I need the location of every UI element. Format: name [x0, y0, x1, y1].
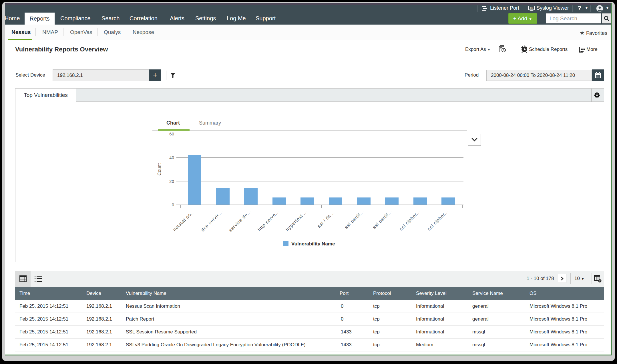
svg-text:dce servic...: dce servic...	[200, 209, 224, 232]
svg-text:40: 40	[169, 155, 174, 160]
svg-text:Count: Count	[157, 163, 162, 175]
svg-text:ssl certif...: ssl certif...	[344, 209, 365, 230]
svg-text:ssl / tls ...: ssl / tls ...	[317, 209, 337, 229]
svg-text:netstat po...: netstat po...	[172, 209, 196, 232]
svg-text:Vulnerability Name: Vulnerability Name	[291, 241, 335, 247]
svg-text:01: 01	[530, 7, 533, 9]
svg-text:20: 20	[169, 179, 174, 184]
svg-text:ssl certif...: ssl certif...	[372, 209, 393, 230]
svg-text:ssl cipher...: ssl cipher...	[426, 209, 449, 231]
svg-text:60: 60	[169, 131, 174, 136]
svg-text:service de...: service de...	[228, 209, 252, 233]
svg-text:ssl cipher...: ssl cipher...	[398, 209, 421, 231]
svg-text:http serve...: http serve...	[257, 209, 280, 232]
svg-text:0: 0	[172, 202, 174, 207]
svg-text:hypertext ...: hypertext ...	[285, 209, 308, 232]
